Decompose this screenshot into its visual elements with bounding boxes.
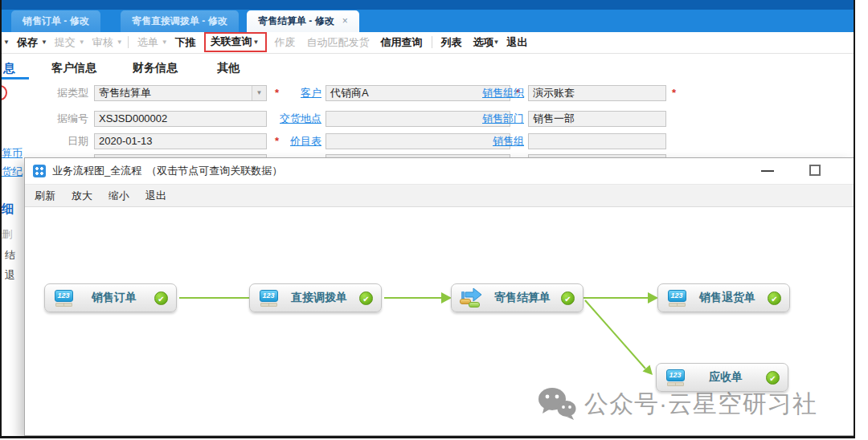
required-marker: *: [672, 85, 676, 101]
doc-type-select[interactable]: 寄售结算单 ▼: [94, 85, 267, 101]
tab-sales-order[interactable]: 销售订单 - 修改: [11, 10, 100, 32]
check-icon: ✔: [154, 291, 168, 305]
tab-finance-info[interactable]: 财务信息: [133, 61, 178, 75]
check-icon: ✔: [768, 291, 781, 305]
check-icon: ✔: [766, 371, 780, 385]
push-down-button[interactable]: 下推: [175, 35, 196, 50]
chevron-down-icon[interactable]: ▼: [493, 39, 500, 46]
delete-button-fragment: 删: [2, 227, 12, 242]
sales-dept-field[interactable]: 销售一部: [528, 111, 666, 127]
flow-node-receivable[interactable]: 123 应收单 ✔: [656, 363, 788, 392]
options-button[interactable]: 选项: [473, 35, 494, 50]
list-button[interactable]: 列表: [441, 35, 462, 50]
flow-node-sales-return[interactable]: 123 销售退货单 ✔: [657, 283, 790, 312]
refresh-button[interactable]: 刷新: [35, 189, 55, 203]
flow-node-consign-settlement[interactable]: 寄售结算单 ✔: [451, 283, 583, 312]
main-toolbar: ▼ 保存 ▼ 提交 ▼ 审核 ▼ 选单 ▼ 下推 关联查询 ▼ 作废 自动匹配发…: [2, 32, 854, 52]
flow-node-direct-transfer[interactable]: 123 直接调拨单 ✔: [249, 283, 382, 312]
link-query-button[interactable]: 关联查询: [211, 35, 252, 49]
doc-type-label: 据类型: [2, 85, 88, 101]
document-123-icon: 123: [665, 369, 686, 386]
document-123-icon: 123: [53, 290, 74, 307]
doc-type-value: 寄售结算单: [99, 87, 151, 99]
maximize-icon[interactable]: [809, 165, 821, 176]
flow-diagram-icon: [33, 165, 46, 177]
settlement-currency-label-fragment: 算币: [2, 146, 23, 161]
settle-fragment: 结: [5, 248, 15, 263]
delivery-place-label-link[interactable]: 交货地点: [259, 111, 321, 127]
flow-canvas: 公众号·云星空研习社 123 销售订单 ✔: [25, 207, 854, 435]
flow-arrows: [25, 207, 854, 435]
close-tab-icon[interactable]: ×: [342, 15, 348, 26]
credit-query-button[interactable]: 信用查询: [381, 35, 423, 50]
node-label: 销售订单: [74, 291, 154, 305]
settlement-transfer-icon: [460, 287, 484, 308]
exit-button[interactable]: 退出: [506, 35, 527, 50]
tab-customer-info[interactable]: 客户信息: [51, 61, 96, 75]
tab-other[interactable]: 其他: [217, 61, 240, 75]
dialog-hint: （双击节点可查询关联数据）: [146, 164, 282, 178]
chevron-down-icon: ▼: [117, 39, 123, 46]
chevron-down-icon[interactable]: ▼: [3, 39, 10, 46]
chevron-down-icon[interactable]: ▼: [41, 39, 47, 46]
flow-diagram-dialog: 业务流程图_全流程 （双击节点可查询关联数据） 刷新 放大 缩小 退出: [24, 157, 855, 436]
save-button[interactable]: 保存: [17, 35, 38, 50]
node-label: 直接调拨单: [279, 291, 359, 305]
title-strip: [2, 0, 854, 10]
divider: [2, 53, 854, 54]
zoom-out-button[interactable]: 缩小: [108, 189, 129, 203]
flow-node-sales-order[interactable]: 123 销售订单 ✔: [44, 283, 177, 312]
zoom-in-button[interactable]: 放大: [72, 189, 92, 203]
app-window: 销售订单 - 修改 寄售直接调拨单 - 修改 寄售结算单 - 修改× ▼ 保存 …: [0, 0, 855, 438]
document-123-icon: 123: [258, 290, 279, 307]
void-button: 作废: [275, 35, 296, 50]
form-section-tabs: 息 客户信息 财务信息 其他: [2, 61, 854, 80]
tab-consign-transfer[interactable]: 寄售直接调拨单 - 修改: [121, 10, 239, 32]
check-icon: ✔: [561, 291, 575, 305]
sales-group-label-link[interactable]: 销售组: [464, 133, 524, 149]
sales-org-field[interactable]: 演示账套: [528, 85, 666, 101]
node-label: 寄售结算单: [484, 291, 561, 305]
date-field[interactable]: 2020-01-13: [94, 133, 267, 149]
annotation-red-box: 关联查询 ▼: [204, 32, 267, 52]
return-fragment: 退: [5, 268, 15, 283]
exit-dialog-button[interactable]: 退出: [145, 189, 166, 203]
minimize-icon[interactable]: [761, 170, 774, 172]
tab-consign-settlement[interactable]: 寄售结算单 - 修改×: [247, 10, 359, 32]
tab-label: 寄售结算单 - 修改: [258, 15, 334, 26]
dialog-title: 业务流程图_全流程: [52, 164, 141, 178]
delivery-label-fragment: 货纪: [2, 165, 23, 179]
price-list-label-link[interactable]: 价目表: [259, 133, 321, 149]
toolbar-separator: [128, 36, 129, 48]
sales-org-label-link[interactable]: 销售组织: [464, 85, 524, 101]
chevron-down-icon[interactable]: ▼: [253, 39, 260, 46]
customer-label-link[interactable]: 客户: [259, 85, 321, 101]
detail-section-fragment: 细: [2, 202, 14, 217]
pick-list-button: 选单: [137, 35, 158, 50]
tab-basic-info-partial[interactable]: 息: [3, 61, 15, 76]
document-123-icon: 123: [666, 290, 687, 307]
doc-number-field[interactable]: XSJSD000002: [94, 111, 267, 127]
doc-number-label: 据编号: [2, 111, 88, 127]
active-tab-underline: [2, 77, 29, 79]
node-label: 应收单: [686, 370, 766, 385]
dialog-toolbar: 刷新 放大 缩小 退出: [25, 184, 854, 207]
chevron-down-icon: ▼: [79, 39, 85, 46]
sales-dept-label-link[interactable]: 销售部门: [464, 111, 524, 127]
dialog-title-bar[interactable]: 业务流程图_全流程 （双击节点可查询关联数据）: [25, 158, 854, 184]
chevron-down-icon: ▼: [162, 39, 168, 46]
submit-button: 提交: [55, 35, 76, 50]
toolbar-separator: [432, 36, 432, 48]
node-label: 销售退货单: [687, 291, 768, 305]
check-icon: ✔: [359, 291, 373, 305]
audit-button: 审核: [92, 35, 113, 50]
window-tab-bar: 销售订单 - 修改 寄售直接调拨单 - 修改 寄售结算单 - 修改×: [2, 10, 854, 32]
auto-match-button: 自动匹配发货: [307, 35, 370, 50]
sales-group-field[interactable]: [528, 133, 666, 149]
